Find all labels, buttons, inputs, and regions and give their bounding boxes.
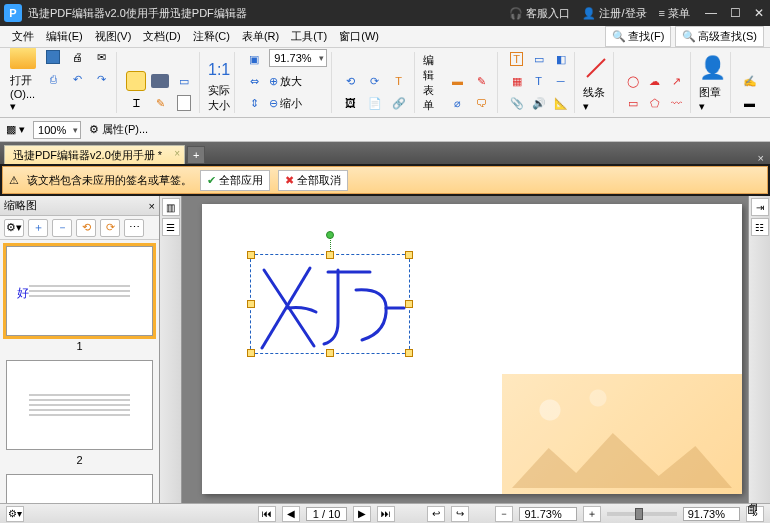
pen[interactable]: ✎ — [471, 71, 493, 91]
edit-form-button[interactable]: ☲ 编辑表单 — [423, 48, 441, 113]
zoom-in-button[interactable]: ⊕放大 — [269, 71, 302, 91]
fit-page[interactable]: ▣ — [243, 49, 265, 69]
handle-bl[interactable] — [247, 349, 255, 357]
menu-window[interactable]: 窗口(W) — [333, 27, 385, 46]
thumbnail-page-3[interactable] — [6, 474, 153, 503]
note[interactable]: 🗨 — [471, 93, 493, 113]
fit-width[interactable]: ⇔ — [243, 71, 265, 91]
sb-zoom-a[interactable]: 91.73% — [519, 507, 576, 521]
link-login[interactable]: 👤 注册/登录 — [582, 6, 646, 21]
snapshot-tool[interactable] — [149, 71, 171, 91]
find-button[interactable]: 🔍查找(F) — [605, 26, 671, 47]
slider-knob[interactable] — [635, 508, 643, 520]
pattern-icon[interactable]: ▩ ▾ — [6, 123, 25, 136]
menu-edit[interactable]: 编辑(E) — [40, 27, 89, 46]
handle-ml[interactable] — [247, 300, 255, 308]
attach[interactable]: 📎 — [506, 93, 528, 113]
handle-tr[interactable] — [405, 251, 413, 259]
thumb-zoom-in[interactable]: ＋ — [28, 219, 48, 237]
vt-expand[interactable]: ⇥ — [751, 198, 769, 216]
sb-zoom-b[interactable]: 91.73% — [683, 507, 740, 521]
strip-close-button[interactable]: × — [758, 152, 764, 164]
add-image[interactable]: 🖼 — [340, 93, 362, 113]
thumb-rotate-left[interactable]: ⟲ — [76, 219, 96, 237]
menu-comment[interactable]: 注释(C) — [187, 27, 236, 46]
edit-content[interactable]: ✎ — [149, 93, 171, 113]
handle-tm[interactable] — [326, 251, 334, 259]
sb-page[interactable]: 1 / 10 — [306, 507, 348, 521]
vt-layers[interactable]: ☷ — [751, 218, 769, 236]
props-button[interactable]: ⚙ 属性(P)... — [89, 122, 148, 137]
menu-file[interactable]: 文件 — [6, 27, 40, 46]
shape-pent[interactable]: ⬠ — [644, 93, 666, 113]
shape-poly[interactable]: 〰 — [666, 93, 688, 113]
zoom-out-button[interactable]: ⊖缩小 — [269, 93, 302, 113]
typewriter[interactable]: T — [528, 71, 550, 91]
sign[interactable]: ✍ — [739, 71, 761, 91]
save-button[interactable] — [42, 48, 64, 67]
sb-next[interactable]: ▶ — [353, 506, 371, 522]
thumb-rotate-right[interactable]: ⟳ — [100, 219, 120, 237]
undo-button[interactable]: ↶ — [66, 69, 88, 89]
sb-prev[interactable]: ◀ — [282, 506, 300, 522]
link-service[interactable]: 🎧 客服入口 — [509, 6, 570, 21]
line-anno[interactable]: ─ — [550, 71, 572, 91]
sound[interactable]: 🔊 — [528, 93, 550, 113]
window-min-button[interactable]: — — [704, 6, 718, 20]
advanced-find-button[interactable]: 🔍高级查找(S) — [675, 26, 764, 47]
thumbnail-page-2[interactable] — [6, 360, 153, 450]
strike[interactable]: ⌀ — [447, 93, 469, 113]
page-area[interactable] — [182, 196, 748, 503]
thumb-options[interactable]: ⚙▾ — [4, 219, 24, 237]
email-button[interactable]: ✉ — [90, 48, 112, 67]
sb-last[interactable]: ⏭ — [377, 506, 395, 522]
eraser[interactable]: ◧ — [763, 71, 770, 91]
shape-circle[interactable]: ◯ — [622, 71, 644, 91]
redo-button[interactable]: ↷ — [90, 69, 112, 89]
select-tool[interactable]: ▭ — [173, 71, 195, 91]
link-tool[interactable]: 🔗 — [388, 93, 410, 113]
sb-fwd[interactable]: ↪ — [451, 506, 469, 522]
shape-rect[interactable]: ▭ — [622, 93, 644, 113]
opacity-combo[interactable]: 100% — [33, 121, 81, 139]
cancel-all-button[interactable]: ✖全部取消 — [278, 170, 348, 191]
thumb-more[interactable]: ⋯ — [124, 219, 144, 237]
stamp-button[interactable]: 👤 图章 ▾ — [699, 55, 726, 113]
area[interactable]: ▦ — [506, 71, 528, 91]
menu-tools[interactable]: 工具(T) — [285, 27, 333, 46]
document-tab[interactable]: 迅捷PDF编辑器v2.0使用手册 * × — [4, 145, 185, 164]
textbox[interactable]: ▭ — [528, 49, 550, 69]
measure[interactable]: 📐 — [550, 93, 572, 113]
text-select[interactable]: Ꮖ — [125, 93, 147, 113]
line-tool[interactable]: 线条 ▾ — [583, 55, 609, 113]
open-button[interactable]: 打开(O)... ▾ — [10, 48, 36, 113]
scan-button[interactable]: ⎙ — [42, 69, 64, 89]
highlight[interactable]: ▬ — [447, 71, 469, 91]
panel-close-button[interactable]: × — [149, 200, 155, 212]
shape-cloud[interactable]: ☁ — [644, 71, 666, 91]
handle-tl[interactable] — [247, 251, 255, 259]
thumbnail-page-1[interactable]: 好 — [6, 246, 153, 336]
apply-all-button[interactable]: ✔全部应用 — [200, 170, 270, 191]
menu-view[interactable]: 视图(V) — [89, 27, 138, 46]
hand-tool[interactable] — [125, 71, 147, 91]
zoom-slider[interactable] — [607, 512, 677, 516]
new-tab-button[interactable]: + — [187, 146, 205, 164]
callout[interactable]: ◧ — [550, 49, 572, 69]
rotate-left[interactable]: ⟲ — [340, 71, 362, 91]
edit-pages[interactable] — [173, 93, 195, 113]
link-menu[interactable]: ≡ 菜单 — [659, 6, 690, 21]
sb-options[interactable]: ⚙▾ — [6, 506, 24, 522]
sb-zoom-out[interactable]: － — [495, 506, 513, 522]
thumb-zoom-out[interactable]: － — [52, 219, 72, 237]
menu-form[interactable]: 表单(R) — [236, 27, 285, 46]
add-text[interactable]: T — [388, 71, 410, 91]
whiteout[interactable]: ▭ — [763, 93, 770, 113]
window-close-button[interactable]: ✕ — [752, 6, 766, 20]
tab-close-button[interactable]: × — [174, 148, 180, 159]
sb-back[interactable]: ↩ — [427, 506, 445, 522]
rotate-handle[interactable] — [326, 231, 334, 239]
fit-height[interactable]: ⇕ — [243, 93, 265, 113]
actual-size-button[interactable]: 1:1 实际大小 — [208, 61, 230, 113]
ocr[interactable]: 📄 — [364, 93, 386, 113]
